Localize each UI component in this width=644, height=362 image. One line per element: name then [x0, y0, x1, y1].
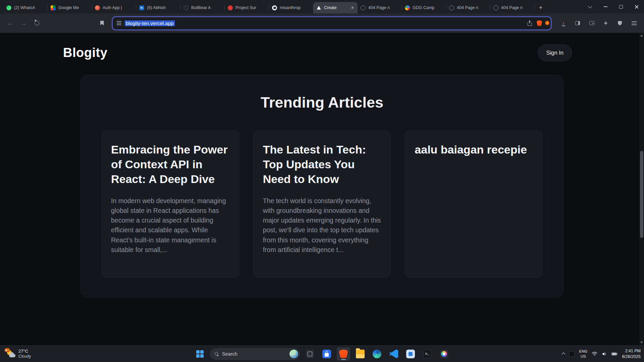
forward-button[interactable]: →	[17, 17, 30, 29]
tab-title: 404 Page n	[501, 5, 532, 10]
window-controls	[582, 0, 644, 13]
minimize-button[interactable]	[598, 0, 613, 13]
bookmarks-button[interactable]	[96, 17, 108, 29]
article-card[interactable]: Embracing the Power of Context API in Re…	[101, 130, 239, 278]
taskbar-app-button[interactable]	[437, 347, 451, 361]
tray-overflow-chevron-icon[interactable]	[562, 352, 566, 356]
taskbar-app-button[interactable]	[303, 347, 317, 361]
browser-tab[interactable]: (2) WhatsA	[3, 2, 48, 13]
start-button[interactable]	[193, 347, 207, 361]
url-text[interactable]: blogity-ten.vercel.app	[125, 20, 524, 26]
back-button[interactable]: ←	[4, 17, 16, 29]
new-tab-button[interactable]: +	[536, 3, 545, 12]
browser-tab[interactable]: (5) Abhish	[136, 2, 180, 13]
site-header: Blogity Sign In	[0, 33, 644, 61]
edge-icon	[373, 350, 381, 358]
browser-tab[interactable]: misanthrop	[269, 2, 313, 13]
weather-icon: 9+	[7, 350, 15, 358]
browser-tab[interactable]: 404 Page n	[358, 2, 402, 13]
sidebar-button[interactable]	[572, 17, 584, 29]
browser-tab[interactable]: 404 Page n	[490, 2, 535, 13]
close-icon	[634, 5, 639, 9]
reload-icon	[34, 20, 40, 26]
brave-shields-icon[interactable]	[537, 20, 542, 26]
tab-title: Create	[324, 5, 348, 10]
browser-tab[interactable]: Create ×	[313, 2, 358, 13]
vpn-button[interactable]	[614, 17, 626, 29]
linkedin-icon	[139, 5, 144, 10]
tab-title: Google Me	[58, 5, 89, 10]
battery-icon[interactable]	[611, 352, 618, 356]
toolbar-right-actions: ↓	[557, 17, 640, 29]
reload-button[interactable]	[31, 17, 43, 29]
language-indicator[interactable]: ENG US	[579, 349, 587, 359]
wallet-button[interactable]	[586, 17, 598, 29]
maximize-button[interactable]	[613, 0, 629, 13]
tab-title: misanthrop	[280, 5, 310, 10]
browser-tab[interactable]: BullBear A	[180, 2, 225, 13]
taskbar-app-button[interactable]	[337, 347, 350, 361]
article-cards: Embracing the Power of Context API in Re…	[101, 130, 543, 278]
tab-search-button[interactable]	[582, 0, 598, 13]
tab-title: (2) WhatsA	[14, 5, 45, 10]
scroll-down-icon[interactable]	[640, 342, 643, 344]
explorer-icon	[356, 350, 365, 358]
windows-logo-icon	[196, 350, 204, 358]
taskbar-app-button[interactable]	[421, 347, 434, 361]
maximize-icon	[619, 5, 623, 9]
browser-tab[interactable]: 404 Page n	[446, 2, 490, 13]
globe-icon	[493, 5, 498, 10]
taskbar-search[interactable]: Search	[210, 348, 300, 360]
article-card[interactable]: The Latest in Tech: Top Updates You Need…	[253, 130, 391, 278]
menu-button[interactable]	[628, 17, 640, 29]
downloads-button[interactable]: ↓	[557, 17, 570, 29]
share-icon[interactable]	[528, 22, 532, 26]
sidebar-icon	[575, 21, 580, 25]
brave-app-icon	[339, 350, 348, 358]
chevron-down-icon	[588, 4, 592, 8]
taskbar-app-button[interactable]	[354, 347, 367, 361]
taskbar-app-button[interactable]	[387, 347, 400, 361]
browser-toolbar: ← → blogity-ten.vercel.app 1 ↓	[0, 13, 644, 33]
github-icon	[272, 5, 277, 10]
tab-strip: (2) WhatsA Google Me Auth App | (5) Abhi…	[0, 0, 644, 13]
weather-widget[interactable]: 9+ 27°C Cloudy	[4, 346, 34, 362]
weather-temperature: 27°C	[18, 349, 31, 354]
tab-title: GDG Camp	[413, 5, 443, 10]
tab-title: (5) Abhish	[147, 5, 177, 10]
address-bar[interactable]: blogity-ten.vercel.app 1	[113, 17, 551, 29]
leo-ai-button[interactable]	[600, 17, 612, 29]
vscode-icon	[389, 350, 398, 358]
sign-in-button[interactable]: Sign In	[538, 44, 572, 61]
page-viewport: Blogity Sign In Trending Articles Embrac…	[0, 33, 644, 345]
meet-icon	[51, 5, 56, 10]
site-settings-icon[interactable]	[117, 21, 121, 25]
scrollbar-thumb[interactable]	[640, 151, 643, 238]
browser-tab[interactable]: GDG Camp	[402, 2, 446, 13]
taskbar-app-button[interactable]	[370, 347, 384, 361]
taskbar-app-button[interactable]	[320, 347, 333, 361]
address-bar-actions: 1	[528, 20, 547, 26]
taskbar-app-button[interactable]	[404, 347, 417, 361]
volume-icon[interactable]	[602, 352, 607, 356]
article-excerpt: The tech world is constantly evolving, w…	[263, 196, 381, 255]
gdg-icon	[405, 5, 410, 10]
tray-app-icon[interactable]	[569, 351, 575, 357]
site-logo: Blogity	[63, 46, 107, 60]
browser-tab[interactable]: Google Me	[48, 2, 92, 13]
page-scrollbar[interactable]	[639, 33, 644, 345]
scroll-up-icon[interactable]	[640, 35, 643, 37]
browser-tab[interactable]: Auth App |	[92, 2, 136, 13]
wifi-icon[interactable]	[592, 352, 597, 356]
search-daily-image[interactable]	[289, 350, 298, 358]
dev-icon	[406, 350, 415, 358]
hamburger-menu-icon	[632, 21, 637, 25]
minimize-icon	[604, 6, 607, 7]
download-icon: ↓	[562, 20, 565, 26]
close-window-button[interactable]	[629, 0, 644, 13]
article-card[interactable]: aalu baiagan recepie	[405, 130, 543, 278]
globe-icon	[361, 5, 366, 10]
browser-tab[interactable]: Project Sur	[225, 2, 269, 13]
taskbar-clock[interactable]: 2:41 PM 6/26/2025	[622, 348, 641, 359]
tab-close-icon[interactable]: ×	[351, 5, 355, 10]
